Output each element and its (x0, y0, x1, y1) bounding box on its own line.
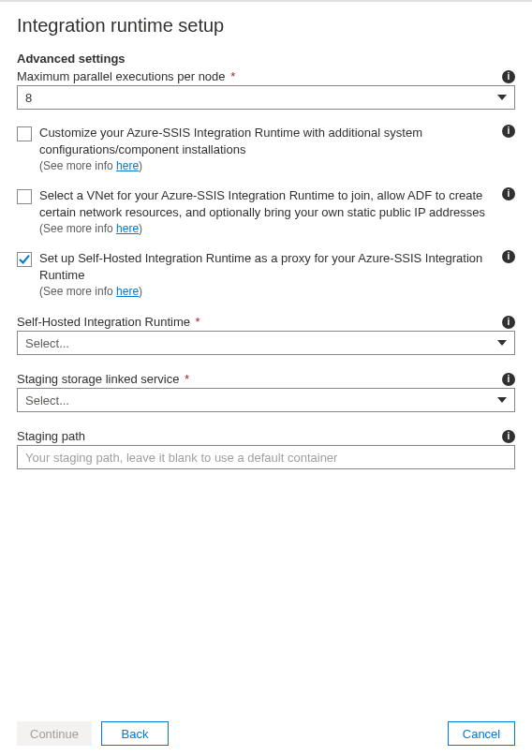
max-parallel-value: 8 (25, 91, 32, 105)
max-parallel-label: Maximum parallel executions per node (17, 69, 226, 83)
info-icon[interactable] (502, 373, 515, 386)
info-icon[interactable] (502, 70, 515, 83)
info-icon[interactable] (502, 316, 515, 329)
proxy-here-link[interactable]: here (116, 285, 139, 298)
vnet-checkbox-label: Select a VNet for your Azure-SSIS Integr… (39, 187, 491, 220)
customize-checkbox-row: Customize your Azure-SSIS Integration Ru… (17, 125, 515, 172)
max-parallel-select[interactable]: 8 (17, 85, 515, 110)
footer: Continue Back Cancel (0, 711, 532, 756)
setup-panel: Integration runtime setup Advanced setti… (0, 2, 532, 469)
continue-button: Continue (17, 721, 92, 746)
page-title: Integration runtime setup (17, 15, 515, 37)
info-icon[interactable] (502, 430, 515, 443)
shir-label-row: Self-Hosted Integration Runtime * (17, 315, 515, 329)
shir-select-placeholder: Select... (25, 336, 69, 350)
chevron-down-icon (497, 397, 507, 403)
info-icon[interactable] (502, 250, 515, 263)
cancel-button[interactable]: Cancel (448, 721, 515, 746)
proxy-checkbox-row: Set up Self-Hosted Integration Runtime a… (17, 250, 515, 298)
customize-see-more: (See more info here) (39, 159, 491, 172)
required-asterisk: * (181, 372, 189, 386)
chevron-down-icon (497, 340, 507, 346)
staging-path-label-row: Staging path (17, 429, 515, 443)
customize-checkbox[interactable] (17, 126, 32, 141)
staging-service-label: Staging storage linked service (17, 372, 179, 386)
proxy-checkbox-label: Set up Self-Hosted Integration Runtime a… (39, 250, 491, 283)
staging-service-select[interactable]: Select... (17, 388, 515, 412)
shir-select[interactable]: Select... (17, 331, 515, 355)
proxy-see-more: (See more info here) (39, 285, 491, 298)
info-icon[interactable] (502, 187, 515, 200)
staging-service-label-row: Staging storage linked service * (17, 372, 515, 386)
shir-label: Self-Hosted Integration Runtime (17, 315, 190, 329)
max-parallel-label-row: Maximum parallel executions per node * (17, 69, 515, 83)
chevron-down-icon (497, 95, 507, 100)
required-asterisk: * (228, 69, 236, 83)
customize-checkbox-label: Customize your Azure-SSIS Integration Ru… (39, 125, 491, 157)
vnet-here-link[interactable]: here (116, 222, 139, 235)
info-icon[interactable] (502, 125, 515, 138)
staging-service-placeholder: Select... (25, 393, 69, 408)
vnet-checkbox-row: Select a VNet for your Azure-SSIS Integr… (17, 187, 515, 235)
staging-path-input-wrap (17, 445, 515, 469)
vnet-checkbox[interactable] (17, 189, 32, 204)
proxy-checkbox[interactable] (17, 252, 32, 267)
staging-path-label: Staging path (17, 429, 85, 443)
section-heading-advanced: Advanced settings (17, 52, 515, 66)
staging-path-input[interactable] (25, 446, 507, 468)
back-button[interactable]: Back (101, 721, 169, 746)
customize-here-link[interactable]: here (116, 159, 139, 172)
vnet-see-more: (See more info here) (39, 222, 491, 235)
required-asterisk: * (192, 315, 200, 329)
